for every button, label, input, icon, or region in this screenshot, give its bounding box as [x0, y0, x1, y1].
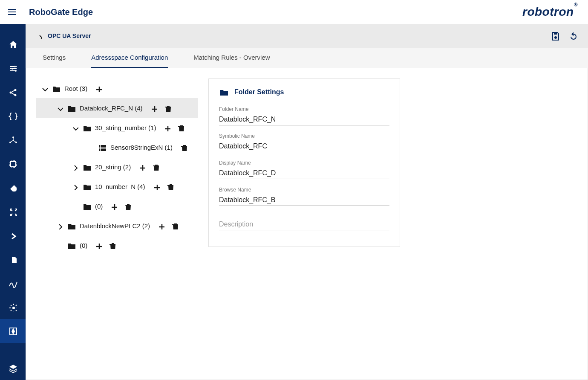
delete-button[interactable]	[179, 143, 187, 151]
nav-share-icon[interactable]	[0, 80, 26, 104]
nav-layers-icon[interactable]	[0, 356, 26, 380]
delete-button[interactable]	[170, 222, 178, 229]
folder-icon	[67, 104, 75, 112]
save-button[interactable]	[551, 31, 560, 41]
add-button[interactable]	[110, 202, 117, 210]
tree-row-root[interactable]: Root (3)	[36, 78, 198, 98]
add-button[interactable]	[152, 183, 160, 190]
restore-button[interactable]	[568, 31, 578, 41]
chevron-right-icon[interactable]	[70, 163, 79, 171]
nav-nodes-icon[interactable]	[0, 128, 26, 152]
add-button[interactable]	[150, 104, 157, 112]
breadcrumb-label[interactable]: OPC UA Server	[48, 32, 91, 39]
tab-addressspace[interactable]: Adressspace Configuration	[91, 48, 168, 68]
chevron-right-icon[interactable]	[70, 183, 79, 190]
nav-greater-icon[interactable]	[0, 223, 26, 247]
menu-toggle-button[interactable]	[7, 7, 17, 17]
folder-icon	[52, 84, 60, 93]
add-button[interactable]	[157, 222, 164, 229]
delete-button[interactable]	[151, 163, 159, 171]
symbolic-name-input[interactable]	[219, 141, 389, 152]
folder-icon	[67, 241, 75, 249]
symbolic-name-label: Symbolic Name	[219, 133, 389, 139]
nav-chip-icon[interactable]	[0, 152, 26, 176]
tree-row-empty-1[interactable]: (0)	[36, 196, 198, 216]
app-title: RoboGate Edge	[29, 7, 93, 17]
folder-icon	[67, 221, 75, 230]
browse-name-label: Browse Name	[219, 187, 389, 193]
add-button[interactable]	[138, 163, 145, 171]
folder-icon	[82, 162, 91, 171]
nav-gear-icon[interactable]	[0, 295, 26, 319]
tree-label: Datablock_RFC_N (4)	[80, 104, 143, 112]
tree-row-sensor8[interactable]: Sensor8StringExN (1)	[36, 137, 198, 157]
breadcrumb-bar: OPC UA Server	[26, 24, 588, 48]
folder-icon	[82, 123, 91, 132]
folder-icon	[219, 87, 228, 97]
tree-panel: Root (3) Datablock_RFC_N (4) 30_string_n…	[36, 78, 198, 369]
delete-button[interactable]	[108, 241, 115, 249]
chevron-down-icon[interactable]	[40, 84, 48, 92]
tree-label: Sensor8StringExN (1)	[110, 144, 173, 151]
description-input[interactable]	[219, 219, 389, 230]
folder-settings-panel: Folder Settings Folder Name Symbolic Nam…	[208, 78, 400, 247]
tree-row-empty-2[interactable]: (0)	[36, 235, 198, 255]
tree-row-10-number[interactable]: 10_number_N (4)	[36, 177, 198, 196]
nav-sliders-icon[interactable]	[0, 56, 26, 80]
nav-opcua-icon[interactable]	[0, 319, 26, 343]
tab-matching-rules[interactable]: Matching Rules - Overview	[193, 48, 270, 68]
tree-row-20-string[interactable]: 20_string (2)	[36, 157, 198, 177]
tree-row-datenblock-newplc2[interactable]: DatenblockNewPLC2 (2)	[36, 216, 198, 235]
browse-name-input[interactable]	[219, 194, 389, 206]
tree-row-datablock-rfc[interactable]: Datablock_RFC_N (4)	[36, 98, 198, 118]
tree-label: (0)	[80, 242, 87, 249]
tree-label: DatenblockNewPLC2 (2)	[80, 222, 150, 229]
chevron-right-icon	[36, 33, 42, 39]
delete-button[interactable]	[176, 124, 184, 131]
panel-title: Folder Settings	[234, 88, 284, 96]
chevron-right-icon[interactable]	[55, 222, 63, 229]
folder-name-input[interactable]	[219, 114, 389, 125]
display-name-label: Display Name	[219, 160, 389, 166]
tree-label: 20_string (2)	[95, 163, 131, 171]
tree-label: Root (3)	[64, 85, 87, 92]
nav-wave-icon[interactable]	[0, 271, 26, 295]
nav-diamond-icon[interactable]	[0, 176, 26, 200]
tree-label: 30_string_number (1)	[95, 124, 156, 131]
list-icon	[98, 143, 106, 151]
tree-row-30-string-number[interactable]: 30_string_number (1)	[36, 118, 198, 137]
delete-button[interactable]	[163, 104, 171, 112]
nav-home-icon[interactable]	[0, 32, 26, 56]
folder-icon	[82, 202, 91, 210]
tree-label: 10_number_N (4)	[95, 183, 145, 190]
delete-button[interactable]	[123, 202, 131, 210]
tab-settings[interactable]: Settings	[43, 48, 66, 68]
add-button[interactable]	[94, 241, 102, 249]
nav-braces-icon[interactable]	[0, 104, 26, 128]
delete-button[interactable]	[166, 183, 173, 190]
folder-icon	[82, 182, 91, 191]
nav-file-icon[interactable]	[0, 247, 26, 271]
brand-logo: robotron®	[522, 5, 578, 19]
chevron-down-icon[interactable]	[70, 124, 79, 131]
side-nav	[0, 24, 26, 380]
folder-name-label: Folder Name	[219, 106, 389, 112]
tree-label: (0)	[95, 203, 103, 210]
tabs-bar: Settings Adressspace Configuration Match…	[26, 48, 588, 68]
chevron-down-icon[interactable]	[55, 104, 63, 112]
nav-expand-icon[interactable]	[0, 200, 26, 223]
display-name-input[interactable]	[219, 168, 389, 179]
add-button[interactable]	[94, 84, 102, 92]
add-button[interactable]	[163, 124, 170, 131]
top-bar: RoboGate Edge robotron®	[0, 0, 588, 24]
